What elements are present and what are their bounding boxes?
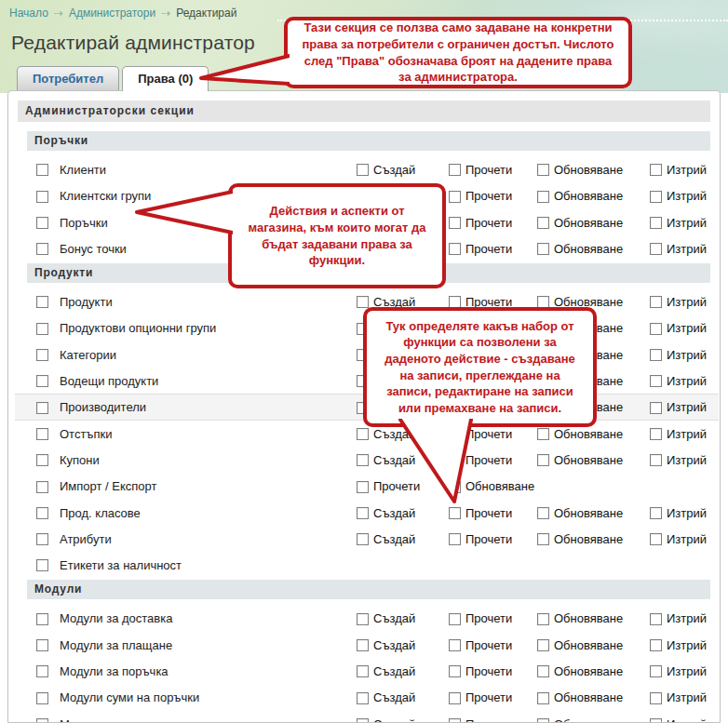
perm-checkbox[interactable] [650,454,662,466]
perm-checkbox[interactable] [650,692,662,704]
perm-cell: Обновяване [537,235,623,262]
row-checkbox[interactable] [36,481,48,493]
perm-checkbox[interactable] [650,296,662,308]
perm-checkbox[interactable] [650,665,662,677]
perm-checkbox[interactable] [537,164,549,176]
perm-checkbox[interactable] [537,718,549,723]
row-checkbox[interactable] [36,692,48,704]
perm-label: Прочети [465,638,512,652]
breadcrumb-item-administrators[interactable]: Администратори [69,7,155,20]
row-checkbox[interactable] [36,296,48,308]
perm-cell: Обновяване [537,209,623,236]
perm-label: Изтрий [667,348,707,362]
perm-cell: Изтрий [650,658,707,685]
perm-checkbox[interactable] [650,375,662,387]
perm-checkbox[interactable] [357,164,369,176]
perm-checkbox[interactable] [650,718,662,723]
perm-checkbox[interactable] [650,613,662,625]
row-checkbox[interactable] [36,164,48,176]
perm-checkbox[interactable] [537,692,549,704]
row-checkbox[interactable] [36,507,48,519]
perm-label: Прочети [465,163,512,177]
row-checkbox[interactable] [36,323,48,335]
row-checkbox[interactable] [36,718,48,723]
perm-checkbox[interactable] [650,507,662,519]
perm-checkbox[interactable] [357,718,369,723]
perm-checkbox[interactable] [449,692,461,704]
row-checkbox[interactable] [36,191,48,203]
perm-checkbox[interactable] [537,613,549,625]
perm-checkbox[interactable] [449,639,461,651]
perm-checkbox[interactable] [650,533,662,545]
perm-checkbox[interactable] [357,665,369,677]
perm-checkbox[interactable] [650,243,662,255]
row-checkbox[interactable] [36,559,48,571]
perm-checkbox[interactable] [449,533,461,545]
perm-checkbox[interactable] [537,533,549,545]
perm-checkbox[interactable] [449,243,461,255]
perm-cell: Изтрий [650,315,707,341]
perm-checkbox[interactable] [357,454,369,466]
perm-checkbox[interactable] [650,164,662,176]
perm-checkbox[interactable] [537,639,549,651]
perm-label: Изтрий [667,427,707,441]
perm-checkbox[interactable] [650,323,662,335]
perm-cell: Изтрий [650,341,707,368]
perm-checkbox[interactable] [449,507,461,519]
row-checkbox[interactable] [36,428,48,440]
perm-checkbox[interactable] [650,639,662,651]
row-checkbox[interactable] [36,639,48,651]
perm-checkbox[interactable] [357,481,369,493]
perm-checkbox[interactable] [537,217,549,229]
perm-checkbox[interactable] [650,349,662,361]
perm-checkbox[interactable] [537,507,549,519]
perm-checkbox[interactable] [537,665,549,677]
perm-checkbox[interactable] [357,533,369,545]
row-checkbox[interactable] [36,375,48,387]
perm-label: Обновяване [554,427,623,441]
perm-checkbox[interactable] [650,217,662,229]
perm-checkbox[interactable] [449,718,461,723]
row-checkbox[interactable] [36,613,48,625]
row-checkbox[interactable] [36,454,48,466]
perm-checkbox[interactable] [449,217,461,229]
table-row: Модули за доставкаСъздайПрочетиОбновяван… [27,605,710,631]
perm-checkbox[interactable] [537,243,549,255]
perm-checkbox[interactable] [449,164,461,176]
row-label: Производители [60,400,146,414]
perm-checkbox[interactable] [357,428,369,440]
perm-checkbox[interactable] [650,428,662,440]
perm-checkbox[interactable] [449,665,461,677]
perm-checkbox[interactable] [650,402,662,414]
row-checkbox[interactable] [36,217,48,229]
perm-cell: Изтрий [650,447,707,474]
row-label: Продукти [60,295,113,309]
row-checkbox[interactable] [36,533,48,545]
perm-checkbox[interactable] [449,191,461,203]
row-checkbox[interactable] [36,402,48,414]
perm-checkbox[interactable] [650,191,662,203]
breadcrumb-item-home[interactable]: Начало [9,7,48,20]
perm-checkbox[interactable] [537,454,549,466]
perm-checkbox[interactable] [357,613,369,625]
perm-checkbox[interactable] [537,191,549,203]
row-checkbox[interactable] [36,243,48,255]
row-checkbox[interactable] [36,349,48,361]
perm-cell: Създай [357,632,415,659]
tab-user[interactable]: Потребител [17,66,119,90]
perm-cell: Създай [357,605,415,632]
perm-checkbox[interactable] [357,507,369,519]
perm-cell: Изтрий [650,605,707,632]
tooltip-text: Тази секция се ползва само задаване на к… [299,20,617,85]
perm-checkbox[interactable] [537,428,549,440]
perm-cell: Изтрий [650,684,707,711]
perm-checkbox[interactable] [449,613,461,625]
perm-label: Изтрий [667,611,707,625]
perm-cell: Прочети [449,526,512,553]
perm-checkbox[interactable] [357,692,369,704]
perm-label: Обновяване [554,611,623,625]
perm-label: Прочети [465,216,512,230]
perm-checkbox[interactable] [357,296,369,308]
perm-checkbox[interactable] [357,639,369,651]
row-checkbox[interactable] [36,665,48,677]
